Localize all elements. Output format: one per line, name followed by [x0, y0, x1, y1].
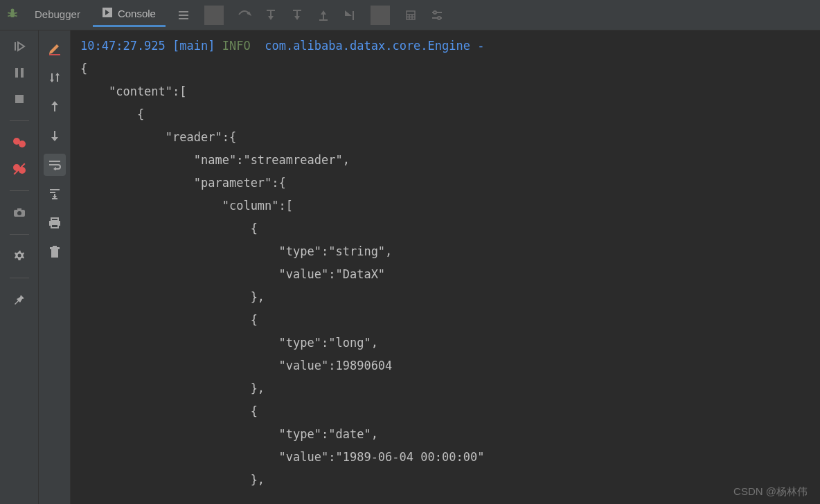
print-icon[interactable]: [44, 212, 66, 234]
svg-point-33: [19, 167, 26, 174]
breakpoints-icon[interactable]: [12, 135, 27, 150]
separator: [10, 120, 29, 121]
svg-rect-51: [51, 249, 58, 258]
stop-icon[interactable]: [12, 91, 27, 107]
sort-icon[interactable]: [44, 66, 66, 89]
force-step-into-icon[interactable]: [287, 6, 307, 25]
soft-wrap-icon[interactable]: [44, 154, 66, 176]
svg-point-37: [17, 254, 21, 258]
console-tool-column: [39, 30, 71, 504]
camera-icon[interactable]: [12, 205, 27, 220]
menu-icon[interactable]: [174, 6, 193, 25]
svg-point-25: [438, 17, 440, 19]
calculator-icon[interactable]: [401, 6, 420, 25]
separator: [10, 278, 29, 278]
step-over-icon[interactable]: [235, 6, 254, 25]
top-toolbar-icons: [174, 6, 447, 25]
mute-breakpoints-icon[interactable]: [12, 161, 27, 177]
svg-line-2: [8, 12, 10, 13]
svg-rect-35: [17, 208, 21, 210]
left-debug-column: [0, 30, 39, 504]
svg-point-32: [13, 164, 20, 171]
main-area: 10:47:27.925 [main] INFO com.alibaba.dat…: [0, 30, 820, 504]
svg-rect-48: [51, 218, 58, 221]
pause-icon[interactable]: [12, 65, 27, 80]
console-run-icon: [102, 8, 112, 19]
down-arrow-icon[interactable]: [44, 125, 66, 147]
bug-icon: [6, 7, 19, 24]
svg-rect-28: [21, 68, 24, 78]
step-into-icon[interactable]: [261, 6, 280, 25]
svg-rect-29: [15, 95, 24, 103]
gear-icon[interactable]: [12, 249, 27, 264]
svg-line-4: [8, 15, 10, 16]
svg-rect-38: [49, 54, 60, 55]
settings-sliders-icon[interactable]: [427, 6, 447, 25]
svg-rect-27: [15, 68, 18, 78]
console-output[interactable]: 10:47:27.925 [main] INFO com.alibaba.dat…: [71, 30, 820, 504]
trash-icon[interactable]: [44, 241, 66, 263]
svg-rect-53: [53, 246, 57, 247]
svg-point-36: [17, 211, 21, 215]
svg-rect-17: [407, 11, 415, 19]
resume-icon[interactable]: [12, 39, 27, 54]
scroll-to-end-icon[interactable]: [44, 183, 66, 205]
separator: [10, 234, 29, 235]
svg-line-3: [15, 12, 17, 13]
pin-icon[interactable]: [12, 292, 27, 307]
up-arrow-icon[interactable]: [44, 96, 66, 118]
separator: [204, 6, 224, 25]
svg-point-24: [434, 11, 436, 14]
debugger-tab-label: Debugger: [35, 8, 80, 20]
tab-strip: Debugger Console: [25, 3, 166, 27]
top-bar: Debugger Console: [0, 0, 820, 30]
svg-rect-50: [51, 224, 58, 228]
tab-debugger[interactable]: Debugger: [25, 4, 90, 26]
console-tab-label: Console: [118, 8, 156, 19]
svg-point-31: [19, 141, 26, 147]
step-out-icon[interactable]: [314, 6, 333, 25]
svg-rect-1: [10, 11, 15, 17]
edit-icon[interactable]: [44, 37, 66, 60]
separator: [10, 190, 29, 191]
svg-line-5: [15, 15, 17, 16]
tab-console[interactable]: Console: [93, 3, 166, 27]
separator: [371, 6, 390, 25]
watermark: CSDN @杨林伟: [733, 485, 808, 498]
svg-rect-52: [50, 247, 60, 249]
run-to-cursor-icon[interactable]: [340, 6, 359, 25]
